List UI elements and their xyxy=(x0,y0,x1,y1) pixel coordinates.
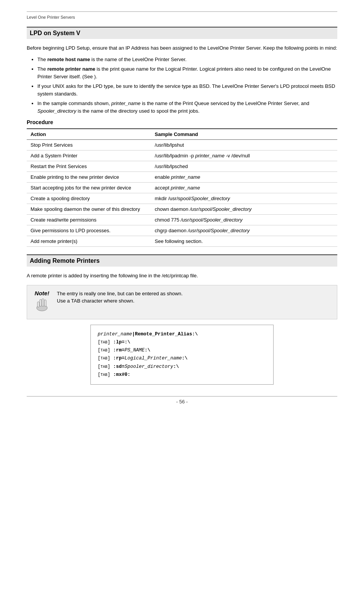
code-tab: [TAB] xyxy=(98,356,113,361)
bold-remote-printer: remote printer name xyxy=(47,66,95,72)
code-bold: :\ xyxy=(173,364,179,369)
col-header-action: Action xyxy=(27,129,151,140)
code-italic: printer_name xyxy=(98,332,132,337)
section-header: LPD on System V xyxy=(27,27,337,39)
page: Level One Printer Servers LPD on System … xyxy=(0,0,364,615)
code-tab: [TAB] xyxy=(98,340,113,345)
page-number: - 56 - xyxy=(176,399,188,405)
code-bold: :rm= xyxy=(113,348,125,353)
code-tab: [TAB] xyxy=(98,372,113,377)
action-cell: Enable printing to the new printer devic… xyxy=(27,172,151,183)
svg-rect-3 xyxy=(44,300,46,306)
italic-printer-name: printer_name xyxy=(111,100,141,106)
svg-rect-4 xyxy=(37,302,39,307)
table-row: Give permissions to LPD processes. chgrp… xyxy=(27,225,337,236)
note-hand-icon xyxy=(32,296,52,314)
table-row: Add a System Printer /usr/lib/lpadmin -p… xyxy=(27,151,337,161)
table-row: Create a spooling directory mkdir /usr/s… xyxy=(27,193,337,204)
command-cell: /usr/lib/lpshut xyxy=(151,140,337,151)
action-cell: Create read/write permissions xyxy=(27,215,151,225)
action-cell: Make spooling daemon the owner of this d… xyxy=(27,204,151,215)
code-bold: :sd= xyxy=(113,364,125,369)
footer: - 56 - xyxy=(27,396,337,405)
adding-remote-text: A remote printer is added by inserting t… xyxy=(27,272,337,280)
code-bold: :lp=:\ xyxy=(113,340,130,345)
code-italic: Spooler_directory xyxy=(125,364,174,369)
code-line-4: [TAB] :rp=Logical_Printer_name:\ xyxy=(98,354,266,363)
procedure-title: Procedure xyxy=(27,119,337,125)
code-bold: :\ xyxy=(145,348,150,353)
svg-rect-1 xyxy=(40,299,42,306)
command-cell: /usr/lib/lpadmin -p printer_name -v /dev… xyxy=(151,151,337,161)
table-row: Start accepting jobs for the new printer… xyxy=(27,183,337,193)
italic-printer: printer_name xyxy=(195,153,225,159)
action-cell: Add remote printer(s) xyxy=(27,236,151,247)
command-cell: accept printer_name xyxy=(151,183,337,193)
code-bold: :mx#0: xyxy=(113,372,130,377)
code-line-3: [TAB] :rm=PS_NAME:\ xyxy=(98,346,266,354)
note-box: Note! The entry is really one line, but … xyxy=(27,285,337,319)
code-box: printer_name|Remote_Printer_Alias:\ [TAB… xyxy=(90,325,274,385)
note-text-content: The entry is really one line, but can be… xyxy=(57,291,183,304)
note-label: Note! xyxy=(32,290,52,296)
italic-spooler-dir: Spooler_directory xyxy=(37,108,76,114)
italic-spooler: /usr/spool/Spooler_directory xyxy=(188,228,250,233)
table-row: Add remote printer(s) See following sect… xyxy=(27,236,337,247)
bold-remote-host: remote host name xyxy=(47,57,90,62)
bullet-1: The remote host name is the name of the … xyxy=(37,56,337,63)
code-bold: :\ xyxy=(182,356,188,361)
code-italic: Logical_Printer_name xyxy=(125,356,182,361)
code-tab: [TAB] xyxy=(98,364,113,369)
table-row: Make spooling daemon the owner of this d… xyxy=(27,204,337,215)
code-line-5: [TAB] :sd=Spooler_directory:\ xyxy=(98,363,266,371)
italic-spooler: Spooler_directory xyxy=(191,196,230,201)
action-cell: Create a spooling directory xyxy=(27,193,151,204)
code-italic: PS_NAME xyxy=(125,348,145,353)
command-cell: See following section. xyxy=(151,236,337,247)
table-row: Restart the Print Services /usr/lib/lpsc… xyxy=(27,161,337,172)
table-row: Enable printing to the new printer devic… xyxy=(27,172,337,183)
bullet-4: In the sample commands shown, printer_na… xyxy=(37,100,337,115)
italic-printer: printer_name xyxy=(171,185,200,191)
bullet-3: If your UNIX asks for the LPD type, be s… xyxy=(37,83,337,97)
note-icon-area: Note! xyxy=(32,290,52,314)
adding-remote-section: Adding Remote Printers A remote printer … xyxy=(27,254,337,385)
note-text: The entry is really one line, but can be… xyxy=(57,290,183,305)
command-cell: chgrp daemon /usr/spool/Spooler_director… xyxy=(151,225,337,236)
italic-printer: printer_name xyxy=(171,174,200,180)
action-cell: Give permissions to LPD processes. xyxy=(27,225,151,236)
code-line-2: [TAB] :lp=:\ xyxy=(98,338,266,346)
command-cell: chmod 775 /usr/spool/Spooler_directory xyxy=(151,215,337,225)
action-cell: Start accepting jobs for the new printer… xyxy=(27,183,151,193)
action-cell: Add a System Printer xyxy=(27,151,151,161)
adding-remote-header: Adding Remote Printers xyxy=(27,254,337,267)
table-row: Create read/write permissions chmod 775 … xyxy=(27,215,337,225)
table-row: Stop Print Services /usr/lib/lpshut xyxy=(27,140,337,151)
intro-text: Before beginning LPD Setup, ensure that … xyxy=(27,44,337,52)
hand-svg xyxy=(34,296,50,312)
command-cell: enable printer_name xyxy=(151,172,337,183)
svg-rect-2 xyxy=(42,299,44,306)
procedure-table: Action Sample Command Stop Print Service… xyxy=(27,128,337,247)
italic-spooler: /usr/spool/Spooler_directory xyxy=(190,206,251,212)
code-bold: :rp= xyxy=(113,356,125,361)
table-header-row: Action Sample Command xyxy=(27,129,337,140)
bullet-list: The remote host name is the name of the … xyxy=(37,56,337,115)
action-cell: Restart the Print Services xyxy=(27,161,151,172)
code-line-6: [TAB] :mx#0: xyxy=(98,371,266,379)
code-tab: [TAB] xyxy=(98,348,113,353)
command-cell: mkdir /usr/spool/Spooler_directory xyxy=(151,193,337,204)
command-cell: chown daemon /usr/spool/Spooler_director… xyxy=(151,204,337,215)
command-cell: /usr/lib/lpsched xyxy=(151,161,337,172)
code-bold: |Remote_Printer_Alias:\ xyxy=(132,332,198,337)
bullet-2: The remote printer name is the print que… xyxy=(37,65,337,80)
top-label: Level One Printer Servers xyxy=(27,15,75,19)
top-header: Level One Printer Servers xyxy=(27,11,337,20)
adding-remote-title: Adding Remote Printers xyxy=(30,257,334,264)
section-title: LPD on System V xyxy=(30,30,334,37)
code-line-1: printer_name|Remote_Printer_Alias:\ xyxy=(98,330,266,338)
italic-spooler: /usr/spool/Spooler_directory xyxy=(181,217,243,223)
col-header-command: Sample Command xyxy=(151,129,337,140)
action-cell: Stop Print Services xyxy=(27,140,151,151)
